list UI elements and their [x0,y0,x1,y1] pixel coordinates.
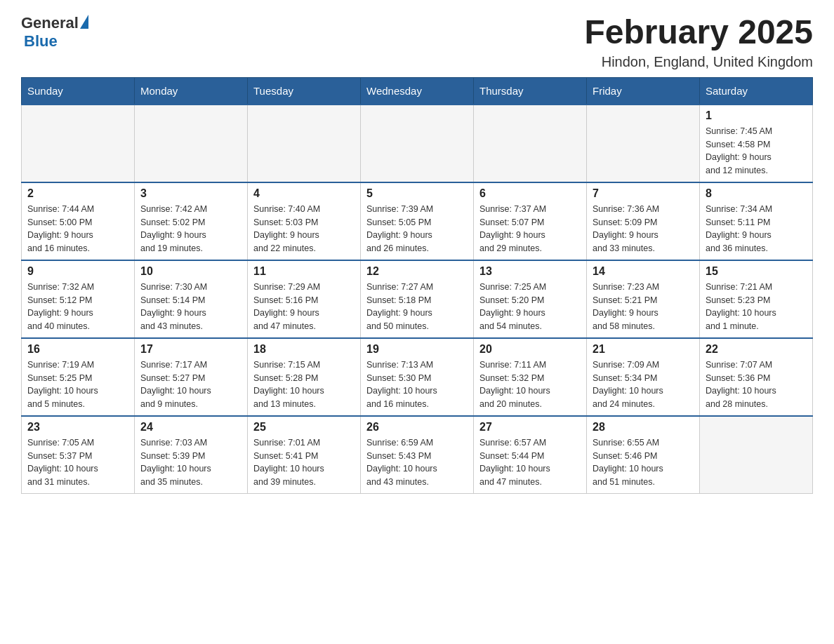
calendar-cell: 6Sunrise: 7:37 AM Sunset: 5:07 PM Daylig… [474,182,587,260]
calendar-title: February 2025 [584,14,813,51]
calendar-cell: 2Sunrise: 7:44 AM Sunset: 5:00 PM Daylig… [22,182,135,260]
page-header: General Blue February 2025 Hindon, Engla… [21,14,813,70]
day-number: 3 [140,187,241,200]
calendar-cell: 14Sunrise: 7:23 AM Sunset: 5:21 PM Dayli… [587,260,700,338]
day-info: Sunrise: 7:13 AM Sunset: 5:30 PM Dayligh… [366,358,468,411]
day-info: Sunrise: 7:45 AM Sunset: 4:58 PM Dayligh… [706,125,807,177]
day-number: 24 [140,421,241,434]
calendar-cell: 11Sunrise: 7:29 AM Sunset: 5:16 PM Dayli… [248,260,361,338]
day-number: 5 [366,187,468,200]
day-number: 20 [479,343,581,356]
day-info: Sunrise: 7:05 AM Sunset: 5:37 PM Dayligh… [27,436,128,489]
calendar-cell [700,416,813,494]
logo: General Blue [21,14,88,51]
calendar-cell: 1Sunrise: 7:45 AM Sunset: 4:58 PM Daylig… [700,105,813,182]
week-row-1: 1Sunrise: 7:45 AM Sunset: 4:58 PM Daylig… [22,105,813,182]
day-number: 13 [479,265,581,278]
calendar-cell: 17Sunrise: 7:17 AM Sunset: 5:27 PM Dayli… [135,338,248,416]
day-info: Sunrise: 6:57 AM Sunset: 5:44 PM Dayligh… [479,436,581,489]
day-number: 12 [366,265,468,278]
calendar-cell: 5Sunrise: 7:39 AM Sunset: 5:05 PM Daylig… [361,182,474,260]
day-info: Sunrise: 7:29 AM Sunset: 5:16 PM Dayligh… [253,281,355,333]
day-number: 9 [27,265,128,278]
day-number: 17 [140,343,241,356]
calendar-cell: 28Sunrise: 6:55 AM Sunset: 5:46 PM Dayli… [587,416,700,494]
day-number: 15 [706,265,807,278]
day-number: 16 [27,343,128,356]
day-info: Sunrise: 7:09 AM Sunset: 5:34 PM Dayligh… [593,358,694,411]
calendar-cell: 15Sunrise: 7:21 AM Sunset: 5:23 PM Dayli… [700,260,813,338]
day-info: Sunrise: 7:39 AM Sunset: 5:05 PM Dayligh… [366,203,468,255]
day-info: Sunrise: 7:11 AM Sunset: 5:32 PM Dayligh… [479,358,581,411]
day-number: 27 [479,421,581,434]
day-info: Sunrise: 7:32 AM Sunset: 5:12 PM Dayligh… [27,281,128,333]
logo-general-text: General [21,14,79,32]
calendar-table: SundayMondayTuesdayWednesdayThursdayFrid… [21,77,813,494]
day-info: Sunrise: 7:21 AM Sunset: 5:23 PM Dayligh… [706,281,807,333]
day-number: 19 [366,343,468,356]
day-number: 11 [253,265,355,278]
day-header-sunday: Sunday [22,77,135,105]
week-row-4: 16Sunrise: 7:19 AM Sunset: 5:25 PM Dayli… [22,338,813,416]
calendar-cell: 4Sunrise: 7:40 AM Sunset: 5:03 PM Daylig… [248,182,361,260]
day-number: 21 [593,343,694,356]
calendar-cell: 22Sunrise: 7:07 AM Sunset: 5:36 PM Dayli… [700,338,813,416]
calendar-cell [135,105,248,182]
day-info: Sunrise: 7:03 AM Sunset: 5:39 PM Dayligh… [140,436,241,489]
calendar-cell: 13Sunrise: 7:25 AM Sunset: 5:20 PM Dayli… [474,260,587,338]
week-row-2: 2Sunrise: 7:44 AM Sunset: 5:00 PM Daylig… [22,182,813,260]
day-number: 22 [706,343,807,356]
calendar-cell [248,105,361,182]
day-info: Sunrise: 6:55 AM Sunset: 5:46 PM Dayligh… [593,436,694,489]
calendar-cell: 27Sunrise: 6:57 AM Sunset: 5:44 PM Dayli… [474,416,587,494]
calendar-cell: 16Sunrise: 7:19 AM Sunset: 5:25 PM Dayli… [22,338,135,416]
day-info: Sunrise: 7:44 AM Sunset: 5:00 PM Dayligh… [27,203,128,255]
title-block: February 2025 Hindon, England, United Ki… [584,14,813,70]
calendar-cell: 18Sunrise: 7:15 AM Sunset: 5:28 PM Dayli… [248,338,361,416]
day-header-tuesday: Tuesday [248,77,361,105]
day-info: Sunrise: 7:25 AM Sunset: 5:20 PM Dayligh… [479,281,581,333]
week-row-5: 23Sunrise: 7:05 AM Sunset: 5:37 PM Dayli… [22,416,813,494]
calendar-cell: 24Sunrise: 7:03 AM Sunset: 5:39 PM Dayli… [135,416,248,494]
calendar-subtitle: Hindon, England, United Kingdom [584,54,813,70]
calendar-cell [587,105,700,182]
day-number: 28 [593,421,694,434]
calendar-cell [361,105,474,182]
week-row-3: 9Sunrise: 7:32 AM Sunset: 5:12 PM Daylig… [22,260,813,338]
calendar-cell: 8Sunrise: 7:34 AM Sunset: 5:11 PM Daylig… [700,182,813,260]
calendar-cell: 26Sunrise: 6:59 AM Sunset: 5:43 PM Dayli… [361,416,474,494]
day-header-friday: Friday [587,77,700,105]
day-header-monday: Monday [135,77,248,105]
header-row: SundayMondayTuesdayWednesdayThursdayFrid… [22,77,813,105]
day-info: Sunrise: 7:40 AM Sunset: 5:03 PM Dayligh… [253,203,355,255]
day-info: Sunrise: 7:01 AM Sunset: 5:41 PM Dayligh… [253,436,355,489]
day-info: Sunrise: 7:36 AM Sunset: 5:09 PM Dayligh… [593,203,694,255]
calendar-cell: 20Sunrise: 7:11 AM Sunset: 5:32 PM Dayli… [474,338,587,416]
calendar-cell: 10Sunrise: 7:30 AM Sunset: 5:14 PM Dayli… [135,260,248,338]
calendar-cell [22,105,135,182]
day-info: Sunrise: 7:37 AM Sunset: 5:07 PM Dayligh… [479,203,581,255]
day-info: Sunrise: 7:30 AM Sunset: 5:14 PM Dayligh… [140,281,241,333]
day-info: Sunrise: 7:34 AM Sunset: 5:11 PM Dayligh… [706,203,807,255]
day-header-wednesday: Wednesday [361,77,474,105]
day-info: Sunrise: 7:19 AM Sunset: 5:25 PM Dayligh… [27,358,128,411]
calendar-cell: 12Sunrise: 7:27 AM Sunset: 5:18 PM Dayli… [361,260,474,338]
day-header-saturday: Saturday [700,77,813,105]
calendar-cell: 19Sunrise: 7:13 AM Sunset: 5:30 PM Dayli… [361,338,474,416]
logo-blue-text: Blue [24,32,58,51]
day-info: Sunrise: 7:07 AM Sunset: 5:36 PM Dayligh… [706,358,807,411]
day-number: 2 [27,187,128,200]
day-info: Sunrise: 7:42 AM Sunset: 5:02 PM Dayligh… [140,203,241,255]
day-header-thursday: Thursday [474,77,587,105]
calendar-cell [474,105,587,182]
day-info: Sunrise: 7:23 AM Sunset: 5:21 PM Dayligh… [593,281,694,333]
calendar-cell: 9Sunrise: 7:32 AM Sunset: 5:12 PM Daylig… [22,260,135,338]
day-info: Sunrise: 7:15 AM Sunset: 5:28 PM Dayligh… [253,358,355,411]
day-info: Sunrise: 7:27 AM Sunset: 5:18 PM Dayligh… [366,281,468,333]
day-number: 23 [27,421,128,434]
day-number: 1 [706,109,807,122]
day-number: 26 [366,421,468,434]
calendar-cell: 25Sunrise: 7:01 AM Sunset: 5:41 PM Dayli… [248,416,361,494]
day-number: 18 [253,343,355,356]
day-number: 25 [253,421,355,434]
